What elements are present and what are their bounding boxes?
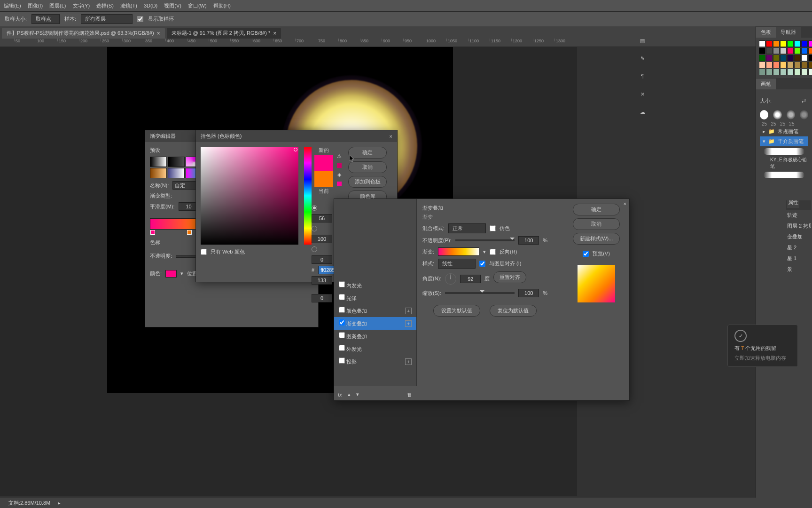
- menu-3d[interactable]: 3D(D): [144, 3, 157, 8]
- gamut-swatch[interactable]: [337, 163, 342, 168]
- color-swatch[interactable]: [794, 69, 801, 75]
- arrow-down-icon[interactable]: ▾: [356, 391, 359, 397]
- style-dropdown[interactable]: 线性: [438, 259, 476, 269]
- color-swatch[interactable]: [759, 55, 765, 61]
- chevron-right-icon[interactable]: ▸: [58, 500, 61, 506]
- new-style-button[interactable]: 新建样式(W)...: [573, 233, 620, 245]
- color-swatch[interactable]: [766, 69, 773, 75]
- color-swatch[interactable]: [787, 40, 794, 47]
- menu-select[interactable]: 选择(S): [96, 2, 114, 9]
- brush-folder-general[interactable]: ▸📁常规画笔: [760, 127, 808, 136]
- menu-edit[interactable]: 编辑(E): [4, 2, 21, 9]
- effect-checkbox[interactable]: [339, 357, 345, 364]
- preview-checkbox[interactable]: [583, 251, 589, 257]
- hue-slider[interactable]: [304, 147, 312, 245]
- menu-window[interactable]: 窗口(W): [188, 2, 207, 9]
- blend-mode-dropdown[interactable]: 正常: [448, 223, 486, 233]
- brushes-tab[interactable]: 画笔: [756, 79, 776, 89]
- color-swatch[interactable]: [780, 40, 787, 47]
- color-swatch[interactable]: [801, 69, 808, 75]
- color-swatch[interactable]: [766, 48, 773, 54]
- flip-icon[interactable]: ⇄: [799, 96, 808, 105]
- a-radio[interactable]: [312, 226, 317, 231]
- show-ring-checkbox[interactable]: [137, 16, 143, 22]
- notification-toast[interactable]: ✓ 有 7 个无用的残留 立即加速释放电脑内存: [727, 325, 798, 367]
- color-swatch[interactable]: [787, 69, 794, 75]
- opacity-slider[interactable]: [455, 239, 515, 241]
- brush-preset-hard[interactable]: [760, 110, 768, 119]
- scale-input[interactable]: [518, 289, 539, 297]
- effect-checkbox[interactable]: [339, 332, 345, 338]
- menu-filter[interactable]: 滤镜(T): [120, 2, 137, 9]
- scale-slider[interactable]: [445, 292, 515, 294]
- sample-size-dropdown[interactable]: 取样点: [31, 14, 60, 24]
- r-radio[interactable]: [312, 246, 317, 252]
- add-to-swatches-button[interactable]: 添加到色板: [348, 176, 387, 188]
- color-swatch[interactable]: [801, 40, 808, 47]
- websafe-swatch[interactable]: [337, 182, 342, 186]
- color-swatch[interactable]: [808, 62, 812, 68]
- navigator-tab[interactable]: 导航器: [776, 27, 801, 38]
- plus-icon[interactable]: +: [405, 320, 412, 327]
- color-swatch[interactable]: [766, 40, 773, 47]
- layer-item[interactable]: 变叠加: [786, 231, 811, 242]
- h-radio[interactable]: [312, 205, 317, 211]
- color-swatch[interactable]: [780, 55, 787, 61]
- web-only-checkbox[interactable]: [201, 249, 207, 255]
- saturation-box[interactable]: [201, 147, 298, 245]
- chevron-down-icon[interactable]: ▾: [483, 249, 486, 255]
- color-swatch[interactable]: [773, 69, 780, 75]
- color-swatch[interactable]: [766, 55, 773, 61]
- reset-default-button[interactable]: 复位为默认值: [490, 305, 537, 317]
- c-input[interactable]: [312, 255, 332, 264]
- gradient-preset[interactable]: [168, 168, 185, 178]
- gradient-stop[interactable]: [187, 230, 192, 235]
- effect-checkbox[interactable]: [339, 345, 345, 351]
- color-swatch[interactable]: [766, 62, 773, 68]
- bb-input[interactable]: [312, 276, 332, 285]
- brush-preset-soft[interactable]: [773, 110, 781, 119]
- menu-layer[interactable]: 图层(L): [49, 2, 66, 9]
- properties-tab[interactable]: 属性: [787, 200, 799, 208]
- effect-checkbox[interactable]: [339, 281, 345, 287]
- chevron-down-icon[interactable]: ▾: [180, 270, 183, 277]
- layer-item[interactable]: 星 2: [786, 242, 811, 253]
- brush-folder-dry[interactable]: ▾📁干介质画笔: [760, 136, 808, 146]
- color-swatch[interactable]: [759, 48, 765, 54]
- effect-checkbox[interactable]: [339, 294, 345, 300]
- color-swatch[interactable]: [808, 69, 812, 75]
- swatches-tab[interactable]: 色板: [756, 27, 776, 38]
- effect-drop-shadow[interactable]: 投影+: [334, 355, 416, 368]
- color-swatch[interactable]: [808, 55, 812, 61]
- close-icon[interactable]: ×: [157, 30, 160, 37]
- gradient-stop[interactable]: [150, 230, 155, 235]
- menu-view[interactable]: 视图(V): [164, 2, 181, 9]
- layer-item[interactable]: 星 1: [786, 253, 811, 264]
- arrow-up-icon[interactable]: ▴: [348, 391, 351, 397]
- l-input[interactable]: [312, 214, 332, 222]
- brush-stroke-preview-2[interactable]: [764, 172, 804, 178]
- layer-item[interactable]: 景: [786, 264, 811, 275]
- color-swatch[interactable]: [787, 48, 794, 54]
- color-swatch[interactable]: [794, 55, 801, 61]
- cloud-icon[interactable]: ☁: [638, 107, 647, 117]
- color-swatch[interactable]: [780, 48, 787, 54]
- reset-align-button[interactable]: 重置对齐: [493, 271, 526, 283]
- effect-checkbox[interactable]: [339, 307, 345, 313]
- close-icon[interactable]: ×: [390, 134, 392, 139]
- color-swatch[interactable]: [773, 55, 780, 61]
- adjustments-icon[interactable]: ✕: [638, 89, 647, 99]
- b-input[interactable]: [312, 235, 332, 243]
- color-swatch[interactable]: [794, 62, 801, 68]
- effect-gradient-overlay[interactable]: 渐变叠加+: [334, 317, 416, 330]
- cancel-button[interactable]: 取消: [348, 161, 387, 173]
- color-swatch[interactable]: [773, 48, 780, 54]
- gradient-preset[interactable]: [150, 157, 167, 167]
- menu-type[interactable]: 文字(Y): [73, 2, 90, 9]
- gradient-preset[interactable]: [150, 168, 167, 178]
- menu-image[interactable]: 图像(I): [28, 2, 43, 9]
- color-swatch[interactable]: [801, 48, 808, 54]
- color-swatch[interactable]: [787, 62, 794, 68]
- color-swatch[interactable]: [773, 40, 780, 47]
- effect-satin[interactable]: 光泽: [334, 292, 416, 304]
